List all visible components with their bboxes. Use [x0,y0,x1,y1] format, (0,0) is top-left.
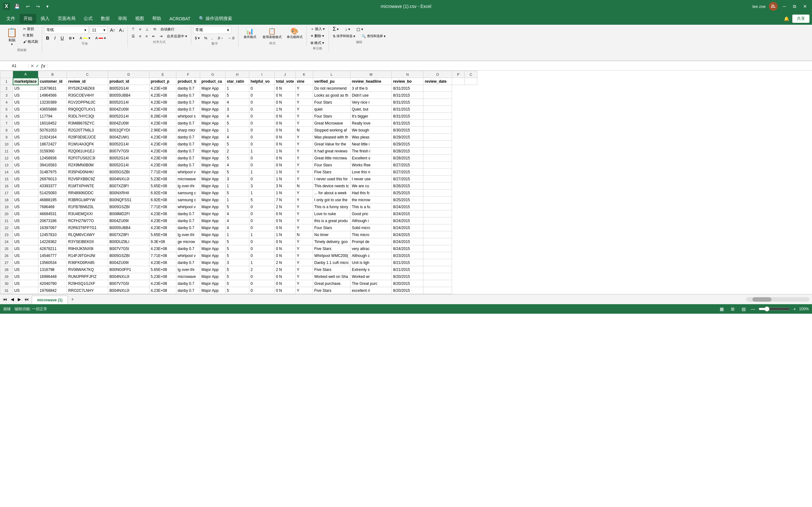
cell-G19[interactable]: Major App [200,204,225,210]
quick-access-dropdown[interactable]: ▾ [44,3,50,10]
delete-button[interactable]: ✕ 删除 ▾ [309,33,326,39]
cell-N14[interactable]: 8/27/2015 [392,169,423,176]
cell-H15[interactable]: 3 [225,176,249,182]
cell-A16[interactable]: US [13,182,38,189]
cell-O12[interactable] [423,155,452,162]
cell-A2[interactable]: US [13,85,38,92]
cell-O24[interactable] [423,238,452,245]
cell-I27[interactable]: 1 [249,259,275,266]
cell-A9[interactable]: US [13,134,38,141]
cell-H20[interactable]: 4 [225,210,249,217]
cell-A23[interactable]: US [13,231,38,238]
cell-A10[interactable]: US [13,141,38,148]
cell-M7[interactable]: Really love [351,120,392,127]
cell-B11[interactable]: 3159360 [38,148,67,155]
cell-N23[interactable]: 8/24/2015 [392,231,423,238]
row-num-17[interactable]: 17 [0,189,13,196]
cell-A17[interactable]: US [13,189,38,196]
cell-A1[interactable]: marketplace [13,78,38,85]
cell-O10[interactable] [423,141,452,148]
cell-F21[interactable]: danby 0.7 [176,217,200,224]
row-num-19[interactable]: 19 [0,204,13,210]
cell-N29[interactable]: 8/20/2015 [392,273,423,280]
cell-N2[interactable]: 8/31/2015 [392,85,423,92]
cell-I13[interactable]: 0 [249,162,275,169]
copy-button[interactable]: ⎘ 复制 [21,32,40,38]
cell-N11[interactable]: 8/28/2015 [392,148,423,155]
cell-A4[interactable]: US [13,99,38,106]
cell-N20[interactable]: 8/24/2015 [392,210,423,217]
cell-E18[interactable]: 6.92E+08 [149,196,176,204]
cell-A26[interactable]: US [13,252,38,259]
col-header-A[interactable]: A [13,71,38,78]
cell-G18[interactable]: Major App [200,196,225,204]
font-size-selector[interactable]: 11 ▾ [90,26,107,34]
cell-N24[interactable]: 8/24/2015 [392,238,423,245]
cell-J7[interactable]: 0 N [275,120,296,127]
row-num-25[interactable]: 25 [0,245,13,252]
cell-G27[interactable]: Major App [200,259,225,266]
cell-L25[interactable]: Five Stars [313,245,350,252]
cell-I24[interactable]: 0 [249,238,275,245]
col-header-N[interactable]: N [392,71,423,78]
font-selector[interactable]: 等线 ▾ [44,26,89,34]
cell-L22[interactable]: Four Stars [313,224,350,231]
menu-pagelayout[interactable]: 页面布局 [54,14,79,23]
cell-G5[interactable]: Major App [200,106,225,113]
border-button[interactable]: ⊞ ▾ [67,35,77,41]
cell-F7[interactable]: danby 0.7 [176,120,200,127]
cell-E21[interactable]: 4.23E+08 [149,217,176,224]
cell-D27[interactable]: B004ZU09I [108,259,149,266]
cell-H30[interactable]: 5 [225,280,249,287]
cell-M9[interactable]: Was pleas [351,134,392,141]
cell-N26[interactable]: 8/23/2015 [392,252,423,259]
cell-E2[interactable]: 4.23E+08 [149,85,176,92]
cell-D9[interactable]: B004ZUW1 [108,134,149,141]
cell-A3[interactable]: US [13,92,38,99]
cell-A27[interactable]: US [13,259,38,266]
cell-K20[interactable]: Y [295,210,313,217]
cell-I26[interactable]: 0 [249,252,275,259]
cell-M29[interactable]: Worked wi [351,273,392,280]
cell-O14[interactable] [423,169,452,176]
row-num-4[interactable]: 4 [0,99,13,106]
page-break-button[interactable]: ▤ [740,306,748,312]
cell-A11[interactable]: US [13,148,38,155]
cell-B26[interactable]: 14546777 [38,252,67,259]
row-num-29[interactable]: 29 [0,273,13,280]
cell-C1[interactable]: review_id [67,78,108,85]
cell-E27[interactable]: 4.23E+08 [149,259,176,266]
cell-D1[interactable]: product_id [108,78,149,85]
cell-G8[interactable]: Major App [200,127,225,134]
row-num-18[interactable]: 18 [0,196,13,204]
cell-F10[interactable]: danby 0.7 [176,141,200,148]
cell-J2[interactable]: 0 N [275,85,296,92]
cell-D25[interactable]: B007V7G5I [108,245,149,252]
corner-cell[interactable] [0,71,13,78]
normal-view-button[interactable]: ▦ [718,306,726,312]
paste-dropdown[interactable]: ▾ [11,43,13,46]
cell-K2[interactable]: Y [295,85,313,92]
menu-help[interactable]: 帮助 [148,14,165,23]
cell-J28[interactable]: 2 N [275,266,296,273]
autosum-button[interactable]: Σ ▾ [331,26,341,32]
cell-C24[interactable]: R3YSEIBEK0X [67,238,108,245]
cell-F26[interactable]: whirlpool v [176,252,200,259]
cell-J23[interactable]: 1 N [275,231,296,238]
cell-A18[interactable]: US [13,196,38,204]
undo-icon[interactable]: ↩ [24,3,32,10]
cell-F17[interactable]: samsung c [176,189,200,196]
cell-F6[interactable]: whirlpool s [176,113,200,120]
cell-E29[interactable]: 5.23E+08 [149,273,176,280]
minimize-icon[interactable]: ─ [781,3,788,10]
percent-button[interactable]: % [202,35,209,41]
table-format-button[interactable]: 📋 套用表格格式 [261,26,284,41]
cell-I18[interactable]: 5 [249,196,275,204]
cell-O23[interactable] [423,231,452,238]
cell-F9[interactable]: danby 0.7 [176,134,200,141]
cell-F1[interactable]: product_ti [176,78,200,85]
cell-L8[interactable]: Stopped working af [313,127,350,134]
row-num-8[interactable]: 8 [0,127,13,134]
cell-J29[interactable]: 0 N [275,273,296,280]
cell-L10[interactable]: Great Value for the [313,141,350,148]
